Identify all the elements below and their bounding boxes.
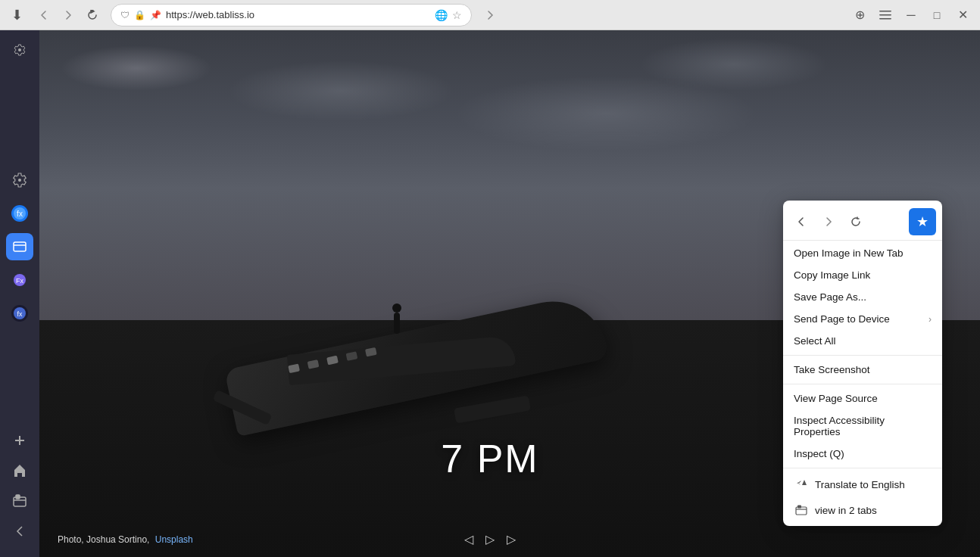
cm-item-select-all[interactable]: Select All (783, 330, 942, 352)
cm-item-inspect[interactable]: Inspect (Q) (783, 443, 942, 465)
sidebar-item-firefox-dev[interactable]: Fx (6, 266, 33, 294)
context-menu: ★ Open Image in New Tab Copy Image Link … (783, 201, 942, 526)
sidebar-settings-gear[interactable] (6, 36, 33, 64)
svg-text:Fx: Fx (16, 277, 23, 285)
svg-rect-19 (797, 506, 801, 509)
translate-icon: 🌐 (435, 9, 448, 21)
maximize-button[interactable]: □ (925, 4, 948, 26)
security-icon: 🛡 (120, 10, 130, 20)
time-nav-arrows: ◁ ▷ ▷ (464, 532, 516, 546)
svg-rect-2 (879, 14, 891, 16)
browser-window: ⬇ 🛡 🔒 📌 https://web.tabliss.io 🌐 ☆ ⊕ (0, 0, 980, 557)
cm-back-button[interactable] (789, 210, 813, 234)
translate-icon (794, 477, 809, 492)
sidebar: fx Fx fx (0, 30, 39, 557)
sidebar-item-firefox-beta[interactable]: fx (6, 300, 33, 327)
cm-bookmark-button[interactable]: ★ (909, 208, 936, 235)
edge-icon-button[interactable]: ⊕ (848, 4, 871, 26)
content-area: fx Fx fx (0, 30, 980, 557)
svg-rect-7 (14, 242, 26, 251)
cm-item-view-in-tabs[interactable]: view in 2 tabs (783, 497, 942, 523)
pin-icon: 📌 (150, 10, 161, 20)
context-menu-header: ★ (783, 204, 942, 241)
cm-item-take-screenshot[interactable]: Take Screenshot (783, 359, 942, 381)
sidebar-item-firefox1[interactable]: fx (6, 200, 33, 227)
photo-credit-link[interactable]: Unsplash (155, 534, 193, 545)
sidebar-item-home[interactable] (6, 457, 33, 484)
cm-item-inspect-accessibility[interactable]: Inspect Accessibility Properties (783, 409, 942, 443)
cm-item-save-page-as[interactable]: Save Page As... (783, 286, 942, 308)
cm-divider-1 (783, 355, 942, 356)
cm-forward-button[interactable] (816, 210, 841, 234)
close-button[interactable]: ✕ (951, 4, 974, 26)
cm-item-copy-image-link[interactable]: Copy Image Link (783, 264, 942, 286)
cm-divider-3 (783, 468, 942, 468)
sidebar-collapse-button[interactable] (6, 518, 33, 545)
download-button[interactable]: ⬇ (6, 5, 27, 26)
svg-rect-18 (796, 507, 807, 515)
prev-arrow[interactable]: ◁ (464, 532, 473, 546)
cm-item-translate[interactable]: Translate to English (783, 471, 942, 497)
svg-marker-0 (91, 10, 94, 13)
reload-button[interactable] (82, 5, 103, 26)
cm-item-send-page-to-device[interactable]: Send Page to Device › (783, 308, 942, 330)
title-bar: ⬇ 🛡 🔒 📌 https://web.tabliss.io 🌐 ☆ ⊕ (0, 0, 980, 30)
sidebar-item-settings[interactable] (6, 166, 33, 194)
back-button[interactable] (33, 5, 55, 26)
cm-item-open-image-new-tab[interactable]: Open Image in New Tab (783, 242, 942, 264)
sidebar-item-tabs[interactable] (6, 487, 33, 515)
next-arrow[interactable]: ▷ (507, 532, 516, 546)
cm-item-view-page-source[interactable]: View Page Source (783, 387, 942, 409)
next-button[interactable] (479, 5, 501, 26)
svg-rect-1 (879, 11, 891, 12)
cm-divider-2 (783, 384, 942, 384)
forward-button[interactable] (58, 5, 79, 26)
photo-credit: Photo, Joshua Sortino, Unsplash (58, 534, 193, 545)
svg-rect-17 (16, 495, 20, 499)
url-text: https://web.tabliss.io (166, 9, 430, 20)
minimize-button[interactable]: ─ (900, 4, 922, 26)
time-display: 7 PM (441, 436, 538, 481)
send-page-arrow-icon: › (929, 314, 932, 325)
sidebar-bottom (6, 427, 33, 545)
play-arrow[interactable]: ▷ (485, 532, 495, 546)
hamburger-menu-button[interactable] (874, 4, 897, 26)
lock-icon: 🔒 (134, 10, 145, 20)
sidebar-add-button[interactable] (6, 427, 33, 454)
view-tabs-icon (794, 503, 809, 518)
svg-text:fx: fx (17, 310, 23, 318)
svg-rect-3 (879, 18, 891, 20)
photo-credit-prefix: Photo, Joshua Sortino, (58, 534, 149, 545)
svg-text:fx: fx (17, 210, 23, 218)
bookmark-star-icon: ☆ (452, 9, 462, 21)
cm-reload-button[interactable] (844, 210, 868, 234)
address-bar[interactable]: 🛡 🔒 📌 https://web.tabliss.io 🌐 ☆ (111, 4, 472, 26)
page-content: 7 PM Photo, Joshua Sortino, Unsplash ◁ ▷… (0, 30, 980, 557)
sidebar-item-active-tab[interactable] (6, 233, 33, 260)
